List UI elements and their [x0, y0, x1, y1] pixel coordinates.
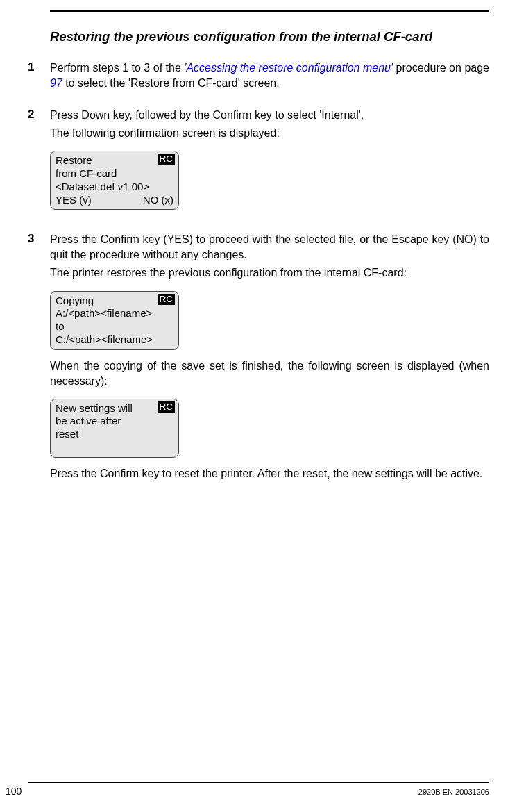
lcd-line-3: <Dataset def v1.00> [56, 181, 173, 194]
lcd-badge: RC [158, 294, 176, 306]
step-1-text-c: to select the 'Restore from CF-card' scr… [62, 77, 280, 89]
lcd-line-1: New settings will [56, 402, 173, 415]
top-rule [50, 10, 489, 12]
lcd-line-1: Restore [56, 154, 173, 167]
step-1-number: 1 [28, 60, 50, 94]
step-2: 2 Press Down key, followed by the Confir… [28, 108, 489, 218]
step-3: 3 Press the Confirm key (YES) to proceed… [28, 232, 489, 483]
step-3-text-b: The printer restores the previous config… [50, 265, 489, 281]
lcd-line-2: be active after [56, 415, 173, 428]
lcd-line-1: Copying [56, 295, 173, 308]
lcd-screen-confirm: RC Restore from CF-card <Dataset def v1.… [50, 151, 179, 210]
footer-rule [28, 782, 489, 783]
lcd-line-3: reset [56, 428, 173, 441]
lcd-line-2: from CF-card [56, 167, 173, 181]
lcd-line-4: C:/<path><filename> [56, 333, 173, 347]
step-1: 1 Perform steps 1 to 3 of the 'Accessing… [28, 60, 489, 94]
page-number: 100 [6, 786, 22, 797]
lcd-screen-copying: RC Copying A:/<path><filename> to C:/<pa… [50, 291, 179, 350]
lcd-no: NO (x) [143, 194, 173, 207]
step-2-text-b: The following confirmation screen is dis… [50, 126, 489, 141]
lcd-screen-reset: RC New settings will be active after res… [50, 399, 179, 458]
lcd-yes: YES (v) [56, 194, 92, 207]
lcd-line-3: to [56, 320, 173, 333]
lcd-badge: RC [158, 401, 176, 413]
lcd-line-2: A:/<path><filename> [56, 307, 173, 320]
footer: 100 2920B EN 20031206 [0, 782, 517, 797]
step-3-text-c: When the copying of the save set is fini… [50, 358, 489, 389]
doc-code: 2920B EN 20031206 [418, 788, 489, 796]
step-1-link-text[interactable]: 'Accessing the restore configuration men… [184, 62, 393, 74]
lcd-badge: RC [158, 154, 176, 165]
section-title: Restoring the previous configuration fro… [50, 29, 489, 44]
step-1-text: Perform steps 1 to 3 of the 'Accessing t… [50, 60, 489, 91]
step-3-text-d: Press the Confirm key to reset the print… [50, 466, 489, 481]
step-2-number: 2 [28, 108, 50, 218]
step-3-text-a: Press the Confirm key (YES) to proceed w… [50, 232, 489, 263]
step-1-text-a: Perform steps 1 to 3 of the [50, 62, 184, 74]
step-3-number: 3 [28, 232, 50, 483]
step-1-link-num[interactable]: 97 [50, 77, 62, 89]
step-1-text-b: procedure on page [393, 62, 489, 74]
step-2-text-a: Press Down key, followed by the Confirm … [50, 108, 489, 123]
